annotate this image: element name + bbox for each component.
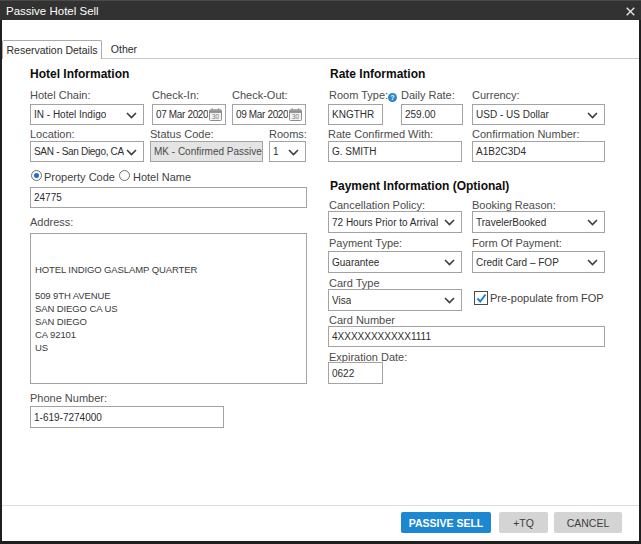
- passive-sell-button-label: PASSIVE SELL: [409, 517, 484, 529]
- payment-type-select[interactable]: Guarantee: [328, 251, 462, 273]
- checkmark-icon: [476, 293, 487, 304]
- window-title: Passive Hotel Sell: [6, 1, 99, 21]
- tab-other[interactable]: Other: [99, 40, 149, 58]
- property-code-radio-label[interactable]: Property Code: [44, 171, 115, 183]
- currency-value: USD - US Dollar: [476, 109, 549, 120]
- card-number-input[interactable]: 4XXXXXXXXXXX1111: [328, 326, 605, 347]
- location-value: SAN - San Diego, CA: [34, 146, 124, 157]
- card-number-label: Card Number: [329, 314, 395, 326]
- rate-information-heading: Rate Information: [330, 67, 425, 81]
- check-out-field[interactable]: 09 Mar 2020 30: [232, 104, 306, 125]
- chevron-down-icon: [444, 219, 455, 226]
- status-code-label: Status Code:: [150, 128, 214, 140]
- tab-reservation-details[interactable]: Reservation Details: [2, 40, 102, 59]
- chevron-down-icon: [587, 112, 598, 119]
- check-in-field[interactable]: 07 Mar 2020 30: [152, 104, 226, 125]
- rooms-value: 1: [273, 146, 279, 157]
- location-label: Location:: [30, 128, 75, 140]
- status-code-field: MK - Confirmed Passive: [150, 141, 263, 162]
- tq-button-label: +TQ: [513, 517, 534, 529]
- footer-separator: [0, 505, 641, 506]
- phone-number-label: Phone Number:: [30, 392, 107, 404]
- tab-other-label: Other: [111, 43, 137, 55]
- form-of-payment-select[interactable]: Credit Card – FOP: [472, 251, 605, 273]
- phone-number-value: 1-619-7274000: [34, 412, 102, 423]
- check-out-value: 09 Mar 2020: [236, 109, 288, 120]
- confirmation-number-input[interactable]: A1B2C3D4: [472, 141, 605, 162]
- property-code-radio[interactable]: [31, 170, 42, 181]
- chevron-down-icon: [444, 297, 455, 304]
- daily-rate-value: 259.00: [405, 109, 436, 120]
- cancellation-policy-select[interactable]: 72 Hours Prior to Arrival: [328, 211, 462, 233]
- prepopulate-checkbox-label[interactable]: Pre-populate from FOP: [490, 292, 604, 304]
- form-of-payment-label: Form Of Payment:: [472, 237, 562, 249]
- booking-reason-label: Booking Reason:: [472, 199, 556, 211]
- tab-reservation-details-label: Reservation Details: [6, 44, 97, 56]
- window-border-left: [0, 20, 2, 544]
- location-select[interactable]: SAN - San Diego, CA: [30, 141, 144, 162]
- hotel-name-radio-label[interactable]: Hotel Name: [133, 171, 191, 183]
- cancellation-policy-value: 72 Hours Prior to Arrival: [332, 217, 438, 228]
- passive-sell-button[interactable]: PASSIVE SELL: [401, 512, 491, 533]
- form-of-payment-value: Credit Card – FOP: [476, 257, 559, 268]
- rate-confirmed-with-input[interactable]: G. SMITH: [328, 141, 462, 162]
- rooms-select[interactable]: 1: [269, 141, 306, 162]
- close-icon: [626, 7, 635, 16]
- booking-reason-select[interactable]: TravelerBooked: [472, 211, 605, 233]
- svg-text:?: ?: [391, 94, 395, 101]
- daily-rate-label: Daily Rate:: [401, 89, 455, 101]
- hotel-chain-value: IN - Hotel Indigo: [34, 109, 106, 120]
- chevron-down-icon: [587, 259, 598, 266]
- chevron-down-icon: [126, 149, 137, 156]
- card-type-value: Visa: [332, 295, 351, 306]
- confirmation-number-value: A1B2C3D4: [476, 146, 526, 157]
- cancel-button[interactable]: CANCEL: [554, 512, 622, 533]
- room-type-input[interactable]: KNGTHR: [328, 104, 383, 125]
- svg-text:30: 30: [212, 113, 220, 120]
- calendar-icon[interactable]: 30: [289, 108, 302, 121]
- tq-button[interactable]: +TQ: [499, 512, 548, 533]
- info-icon[interactable]: ?: [388, 93, 397, 102]
- chevron-down-icon: [444, 259, 455, 266]
- address-textarea[interactable]: HOTEL INDIGO GASLAMP QUARTER 509 9TH AVE…: [30, 233, 307, 384]
- expiration-date-value: 0622: [332, 368, 354, 379]
- daily-rate-input[interactable]: 259.00: [401, 104, 463, 125]
- passive-hotel-sell-dialog: Passive Hotel Sell Reservation Details O…: [0, 0, 641, 544]
- confirmation-number-label: Confirmation Number:: [472, 128, 580, 140]
- currency-select[interactable]: USD - US Dollar: [472, 104, 605, 125]
- payment-type-label: Payment Type:: [329, 237, 402, 249]
- hotel-chain-select[interactable]: IN - Hotel Indigo: [30, 104, 144, 125]
- cancel-button-label: CANCEL: [567, 517, 610, 529]
- close-button[interactable]: [619, 1, 641, 21]
- cancellation-policy-label: Cancellation Policy:: [329, 199, 425, 211]
- card-type-select[interactable]: Visa: [328, 289, 462, 311]
- booking-reason-value: TravelerBooked: [476, 217, 546, 228]
- expiration-date-input[interactable]: 0622: [328, 362, 383, 384]
- room-type-value: KNGTHR: [332, 109, 374, 120]
- svg-text:30: 30: [292, 113, 300, 120]
- status-code-value: MK - Confirmed Passive: [154, 146, 262, 157]
- chevron-down-icon: [126, 112, 137, 119]
- chevron-down-icon: [288, 149, 299, 156]
- titlebar: Passive Hotel Sell: [0, 0, 641, 20]
- card-number-value: 4XXXXXXXXXXX1111: [332, 331, 431, 342]
- rate-confirmed-with-value: G. SMITH: [332, 146, 376, 157]
- check-in-label: Check-In:: [152, 89, 199, 101]
- room-type-label: Room Type:: [329, 89, 388, 101]
- address-label: Address:: [30, 216, 73, 228]
- calendar-icon[interactable]: 30: [209, 108, 222, 121]
- hotel-information-heading: Hotel Information: [30, 67, 129, 81]
- phone-number-input[interactable]: 1-619-7274000: [30, 406, 224, 428]
- payment-type-value: Guarantee: [332, 257, 379, 268]
- payment-information-heading: Payment Information (Optional): [330, 179, 509, 193]
- hotel-chain-label: Hotel Chain:: [30, 89, 91, 101]
- chevron-down-icon: [587, 219, 598, 226]
- rooms-label: Rooms:: [269, 128, 307, 140]
- prepopulate-checkbox[interactable]: [474, 291, 488, 305]
- currency-label: Currency:: [472, 89, 520, 101]
- rate-confirmed-with-label: Rate Confirmed With:: [328, 128, 433, 140]
- property-code-value: 24775: [34, 192, 62, 203]
- check-in-value: 07 Mar 2020: [156, 109, 208, 120]
- hotel-name-radio[interactable]: [119, 170, 130, 181]
- property-code-input[interactable]: 24775: [30, 187, 307, 208]
